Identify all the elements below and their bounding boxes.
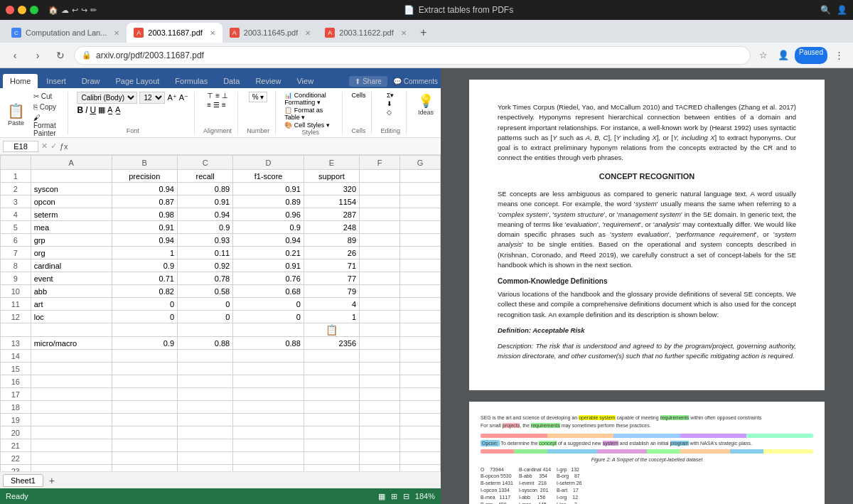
cell-b22[interactable] [112, 452, 177, 465]
cell-a22[interactable] [31, 452, 112, 465]
cell-e20[interactable] [304, 427, 359, 439]
cell-b2[interactable]: 0.94 [112, 183, 177, 195]
star-icon[interactable]: ☆ [755, 47, 772, 64]
cell-a13[interactable]: micro/macro [31, 337, 112, 350]
border-button[interactable]: ▦ [98, 105, 105, 114]
cell-g15[interactable] [400, 363, 441, 375]
cell-d3[interactable]: 0.89 [233, 195, 304, 208]
redo-icon[interactable]: ↪ [81, 6, 87, 15]
tab-pagelayout[interactable]: Page Layout [109, 74, 167, 88]
cell-a23[interactable] [31, 465, 112, 472]
cell-f8[interactable] [360, 259, 400, 272]
cell-e5[interactable]: 248 [304, 221, 359, 234]
cell-e23[interactable] [304, 465, 359, 472]
cell-f16[interactable] [360, 375, 400, 388]
tab-insert[interactable]: Insert [39, 74, 73, 88]
ideas-button[interactable]: 💡 Ideas [415, 92, 436, 117]
menu-icon[interactable]: ⋮ [830, 47, 847, 64]
cell-b12[interactable]: 0 [112, 311, 177, 323]
cell-a1[interactable] [31, 170, 112, 183]
cell-g19[interactable] [400, 414, 441, 427]
cell-a3[interactable]: opcon [31, 195, 112, 208]
cell-b16[interactable] [112, 375, 177, 388]
view-normal-icon[interactable]: ▦ [378, 492, 385, 501]
cell-e10[interactable]: 79 [304, 285, 359, 298]
cell-d5[interactable]: 0.9 [233, 221, 304, 234]
cell-c1[interactable]: recall [178, 170, 233, 183]
forward-button[interactable]: › [28, 46, 47, 65]
function-icon[interactable]: ƒx [60, 142, 68, 151]
cell-e2[interactable]: 320 [304, 183, 359, 195]
underline-button[interactable]: U [90, 105, 96, 115]
cell-g17[interactable] [400, 388, 441, 401]
cell-b23[interactable] [112, 465, 177, 472]
align-bottom-button[interactable]: ⊥ [222, 92, 228, 100]
cell-d15[interactable] [233, 363, 304, 375]
sheet-tab-1[interactable]: Sheet1 [3, 474, 43, 487]
cell-a9[interactable]: event [31, 272, 112, 285]
cell-b10[interactable]: 0.82 [112, 285, 177, 298]
cell-e21[interactable] [304, 439, 359, 452]
cell-a11[interactable]: art [31, 298, 112, 311]
sheet-body[interactable]: A B C D E F G 1 [0, 155, 441, 471]
cell-a4[interactable]: seterm [31, 208, 112, 221]
cell-g9[interactable] [400, 272, 441, 285]
tab-view[interactable]: View [289, 74, 321, 88]
cell-d16[interactable] [233, 375, 304, 388]
cell-d9[interactable]: 0.76 [233, 272, 304, 285]
cell-a7[interactable]: org [31, 247, 112, 259]
align-middle-button[interactable]: ≡ [215, 92, 220, 100]
cell-d8[interactable]: 0.91 [233, 259, 304, 272]
cell-b11[interactable]: 0 [112, 298, 177, 311]
cell-d18[interactable] [233, 401, 304, 414]
browser-tab-0[interactable]: C Computation and Lan... ✕ [4, 23, 127, 43]
cell-f10[interactable] [360, 285, 400, 298]
cell-g13[interactable] [400, 337, 441, 350]
cell-d13[interactable]: 0.88 [233, 337, 304, 350]
cell-g11[interactable] [400, 298, 441, 311]
italic-button[interactable]: I [85, 105, 87, 115]
sigma-button[interactable]: Σ▾ [387, 92, 395, 99]
share-button[interactable]: ⬆ Share [349, 76, 387, 87]
cell-e17[interactable] [304, 388, 359, 401]
cell-a21[interactable] [31, 439, 112, 452]
font-color-button[interactable]: A̲ [115, 105, 121, 114]
fill-button[interactable]: ⬇ [387, 100, 395, 107]
name-box[interactable] [3, 141, 38, 152]
cell-d21[interactable] [233, 439, 304, 452]
tab-draw[interactable]: Draw [75, 74, 107, 88]
tab-review[interactable]: Review [248, 74, 288, 88]
cell-a8[interactable]: cardinal [31, 259, 112, 272]
cell-a6[interactable]: grp [31, 234, 112, 247]
cell-f4[interactable] [360, 208, 400, 221]
cell-g10[interactable] [400, 285, 441, 298]
cell-f18[interactable] [360, 401, 400, 414]
cell-b13[interactable]: 0.9 [112, 337, 177, 350]
cell-f7[interactable] [360, 247, 400, 259]
align-left-button[interactable]: ≡ [207, 101, 211, 109]
cell-e4[interactable]: 287 [304, 208, 359, 221]
view-layout-icon[interactable]: ⊞ [391, 492, 397, 501]
cell-g6[interactable] [400, 234, 441, 247]
format-as-table-button[interactable]: 📋 Format as Table ▾ [284, 107, 336, 121]
tab-close-1[interactable]: ✕ [210, 29, 215, 37]
align-top-button[interactable]: ⊤ [207, 92, 213, 100]
add-sheet-button[interactable]: + [45, 473, 59, 488]
cells-button[interactable]: Cells [351, 92, 365, 99]
maximize-button[interactable] [30, 6, 38, 14]
cell-a5[interactable]: mea [31, 221, 112, 234]
cell-e1[interactable]: support [304, 170, 359, 183]
edit-icon[interactable]: ✏ [90, 6, 97, 15]
tab-close-3[interactable]: ✕ [401, 29, 407, 37]
cell-e13[interactable]: 2356 [304, 337, 359, 350]
home-icon[interactable]: 🏠 [48, 6, 58, 15]
cell-a20[interactable] [31, 427, 112, 439]
cell-c19[interactable] [178, 414, 233, 427]
cell-b20[interactable] [112, 427, 177, 439]
cell-g16[interactable] [400, 375, 441, 388]
align-right-button[interactable]: ≡ [222, 101, 226, 109]
back-button[interactable]: ‹ [6, 46, 24, 65]
cell-c5[interactable]: 0.9 [178, 221, 233, 234]
cell-c16[interactable] [178, 375, 233, 388]
cell-e22[interactable] [304, 452, 359, 465]
